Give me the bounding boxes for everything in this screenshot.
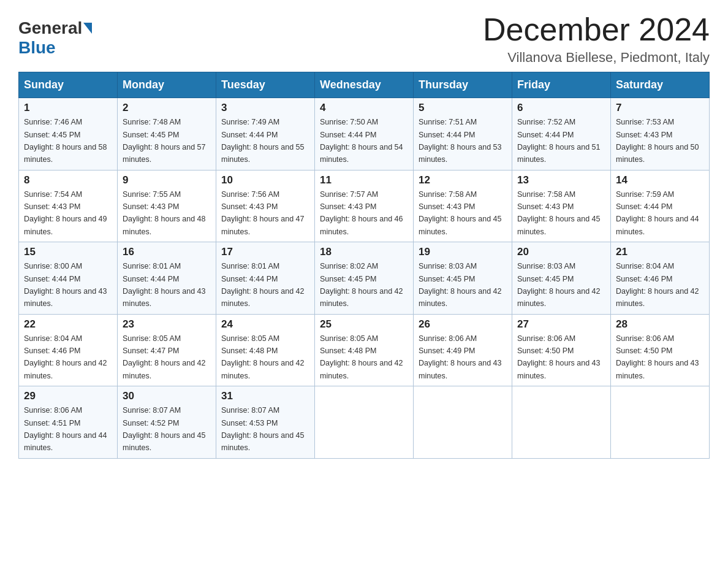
calendar-cell: 11 Sunrise: 7:57 AMSunset: 4:43 PMDaylig… (315, 170, 414, 242)
col-sunday: Sunday (19, 72, 118, 98)
day-info: Sunrise: 8:00 AMSunset: 4:44 PMDaylight:… (24, 262, 107, 308)
col-monday: Monday (118, 72, 216, 98)
day-info: Sunrise: 8:01 AMSunset: 4:44 PMDaylight:… (221, 262, 305, 308)
calendar-cell: 20 Sunrise: 8:03 AMSunset: 4:45 PMDaylig… (512, 242, 611, 315)
calendar-cell: 2 Sunrise: 7:48 AMSunset: 4:45 PMDayligh… (118, 98, 216, 170)
calendar-cell (414, 386, 512, 459)
day-info: Sunrise: 7:49 AMSunset: 4:44 PMDaylight:… (221, 118, 305, 164)
calendar-cell: 21 Sunrise: 8:04 AMSunset: 4:46 PMDaylig… (611, 242, 710, 315)
logo-arrow-icon (83, 23, 92, 34)
calendar-cell (611, 386, 710, 459)
day-number: 31 (221, 390, 309, 402)
day-number: 17 (221, 246, 309, 258)
day-number: 8 (24, 174, 112, 186)
logo-blue-text: Blue (18, 38, 56, 57)
calendar-cell: 13 Sunrise: 7:58 AMSunset: 4:43 PMDaylig… (512, 170, 611, 242)
calendar-cell (512, 386, 611, 459)
calendar-cell: 18 Sunrise: 8:02 AMSunset: 4:45 PMDaylig… (315, 242, 414, 315)
day-number: 12 (419, 174, 507, 186)
day-info: Sunrise: 8:02 AMSunset: 4:45 PMDaylight:… (320, 262, 403, 308)
calendar-cell: 31 Sunrise: 8:07 AMSunset: 4:53 PMDaylig… (216, 386, 315, 459)
day-info: Sunrise: 8:05 AMSunset: 4:48 PMDaylight:… (320, 334, 403, 380)
day-info: Sunrise: 7:51 AMSunset: 4:44 PMDaylight:… (419, 118, 502, 164)
day-info: Sunrise: 7:55 AMSunset: 4:43 PMDaylight:… (123, 190, 206, 236)
day-number: 22 (24, 318, 112, 331)
calendar-cell: 27 Sunrise: 8:06 AMSunset: 4:50 PMDaylig… (512, 314, 611, 386)
day-number: 2 (123, 102, 211, 114)
day-number: 14 (616, 174, 704, 186)
day-number: 27 (517, 318, 605, 331)
day-info: Sunrise: 8:04 AMSunset: 4:46 PMDaylight:… (616, 262, 699, 308)
calendar-cell: 1 Sunrise: 7:46 AMSunset: 4:45 PMDayligh… (19, 98, 118, 170)
day-number: 3 (221, 102, 309, 114)
calendar-cell: 25 Sunrise: 8:05 AMSunset: 4:48 PMDaylig… (315, 314, 414, 386)
calendar-cell: 10 Sunrise: 7:56 AMSunset: 4:43 PMDaylig… (216, 170, 315, 242)
calendar-cell: 5 Sunrise: 7:51 AMSunset: 4:44 PMDayligh… (414, 98, 512, 170)
day-number: 10 (221, 174, 309, 186)
calendar-cell: 8 Sunrise: 7:54 AMSunset: 4:43 PMDayligh… (19, 170, 118, 242)
calendar-cell: 12 Sunrise: 7:58 AMSunset: 4:43 PMDaylig… (414, 170, 512, 242)
calendar-cell: 22 Sunrise: 8:04 AMSunset: 4:46 PMDaylig… (19, 314, 118, 386)
day-info: Sunrise: 8:06 AMSunset: 4:50 PMDaylight:… (616, 334, 699, 380)
col-thursday: Thursday (414, 72, 512, 98)
day-number: 26 (419, 318, 507, 331)
day-info: Sunrise: 7:53 AMSunset: 4:43 PMDaylight:… (616, 118, 699, 164)
day-info: Sunrise: 8:07 AMSunset: 4:53 PMDaylight:… (221, 406, 305, 452)
calendar-cell: 3 Sunrise: 7:49 AMSunset: 4:44 PMDayligh… (216, 98, 315, 170)
month-title: December 2024 (483, 12, 710, 47)
calendar-cell: 16 Sunrise: 8:01 AMSunset: 4:44 PMDaylig… (118, 242, 216, 315)
calendar-cell: 24 Sunrise: 8:05 AMSunset: 4:48 PMDaylig… (216, 314, 315, 386)
day-number: 24 (221, 318, 309, 331)
col-wednesday: Wednesday (315, 72, 414, 98)
calendar-cell: 17 Sunrise: 8:01 AMSunset: 4:44 PMDaylig… (216, 242, 315, 315)
title-area: December 2024 Villanova Biellese, Piedmo… (483, 12, 710, 66)
calendar-cell (315, 386, 414, 459)
calendar-cell: 6 Sunrise: 7:52 AMSunset: 4:44 PMDayligh… (512, 98, 611, 170)
day-info: Sunrise: 8:03 AMSunset: 4:45 PMDaylight:… (419, 262, 502, 308)
day-info: Sunrise: 8:06 AMSunset: 4:50 PMDaylight:… (517, 334, 601, 380)
day-info: Sunrise: 7:46 AMSunset: 4:45 PMDaylight:… (24, 118, 107, 164)
day-info: Sunrise: 7:54 AMSunset: 4:43 PMDaylight:… (24, 190, 107, 236)
day-number: 28 (616, 318, 704, 331)
calendar-cell: 9 Sunrise: 7:55 AMSunset: 4:43 PMDayligh… (118, 170, 216, 242)
day-info: Sunrise: 8:07 AMSunset: 4:52 PMDaylight:… (123, 406, 206, 452)
day-number: 13 (517, 174, 605, 186)
day-number: 21 (616, 246, 704, 258)
calendar-week-row: 15 Sunrise: 8:00 AMSunset: 4:44 PMDaylig… (19, 242, 710, 315)
day-number: 16 (123, 246, 211, 258)
calendar-cell: 7 Sunrise: 7:53 AMSunset: 4:43 PMDayligh… (611, 98, 710, 170)
calendar-week-row: 29 Sunrise: 8:06 AMSunset: 4:51 PMDaylig… (19, 386, 710, 459)
day-info: Sunrise: 7:56 AMSunset: 4:43 PMDaylight:… (221, 190, 305, 236)
day-info: Sunrise: 7:57 AMSunset: 4:43 PMDaylight:… (320, 190, 403, 236)
calendar-week-row: 8 Sunrise: 7:54 AMSunset: 4:43 PMDayligh… (19, 170, 710, 242)
day-info: Sunrise: 7:52 AMSunset: 4:44 PMDaylight:… (517, 118, 601, 164)
col-saturday: Saturday (611, 72, 710, 98)
calendar-cell: 29 Sunrise: 8:06 AMSunset: 4:51 PMDaylig… (19, 386, 118, 459)
page-header: General Blue December 2024 Villanova Bie… (18, 12, 710, 66)
day-info: Sunrise: 8:05 AMSunset: 4:47 PMDaylight:… (123, 334, 206, 380)
calendar-cell: 28 Sunrise: 8:06 AMSunset: 4:50 PMDaylig… (611, 314, 710, 386)
day-number: 6 (517, 102, 605, 114)
day-number: 1 (24, 102, 112, 114)
calendar-week-row: 1 Sunrise: 7:46 AMSunset: 4:45 PMDayligh… (19, 98, 710, 170)
day-info: Sunrise: 7:58 AMSunset: 4:43 PMDaylight:… (419, 190, 502, 236)
day-info: Sunrise: 7:50 AMSunset: 4:44 PMDaylight:… (320, 118, 403, 164)
calendar-cell: 14 Sunrise: 7:59 AMSunset: 4:44 PMDaylig… (611, 170, 710, 242)
day-info: Sunrise: 8:05 AMSunset: 4:48 PMDaylight:… (221, 334, 305, 380)
day-number: 18 (320, 246, 408, 258)
calendar-cell: 19 Sunrise: 8:03 AMSunset: 4:45 PMDaylig… (414, 242, 512, 315)
day-number: 29 (24, 390, 112, 402)
day-info: Sunrise: 7:59 AMSunset: 4:44 PMDaylight:… (616, 190, 699, 236)
day-number: 25 (320, 318, 408, 331)
day-number: 20 (517, 246, 605, 258)
calendar-cell: 30 Sunrise: 8:07 AMSunset: 4:52 PMDaylig… (118, 386, 216, 459)
day-number: 15 (24, 246, 112, 258)
day-info: Sunrise: 8:01 AMSunset: 4:44 PMDaylight:… (123, 262, 206, 308)
day-number: 4 (320, 102, 408, 114)
day-info: Sunrise: 8:06 AMSunset: 4:49 PMDaylight:… (419, 334, 502, 380)
col-tuesday: Tuesday (216, 72, 315, 98)
day-number: 5 (419, 102, 507, 114)
day-number: 30 (123, 390, 211, 402)
logo: General Blue (18, 18, 93, 58)
day-info: Sunrise: 7:48 AMSunset: 4:45 PMDaylight:… (123, 118, 206, 164)
